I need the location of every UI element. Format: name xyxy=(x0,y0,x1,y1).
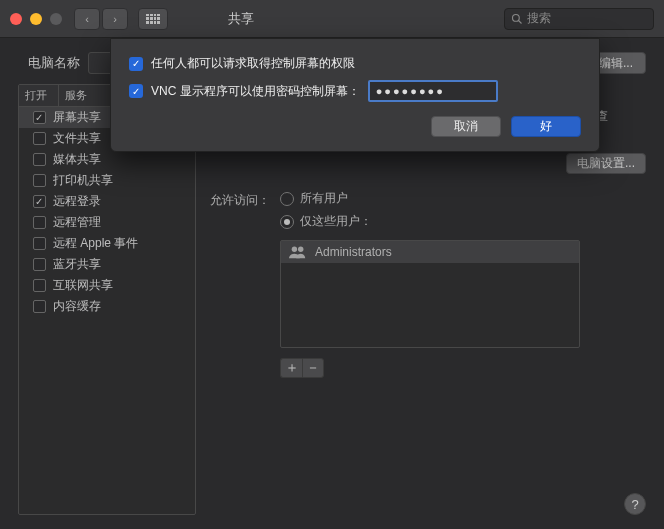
radio-icon xyxy=(280,215,294,229)
computer-name-label: 电脑名称 xyxy=(28,54,80,72)
minimize-window-button[interactable] xyxy=(30,13,42,25)
opt1-label: 任何人都可以请求取得控制屏幕的权限 xyxy=(151,55,355,72)
svg-point-2 xyxy=(292,247,297,252)
service-row[interactable]: 远程管理 xyxy=(19,212,195,233)
checkbox-checked-icon xyxy=(129,57,143,71)
remove-user-button[interactable]: － xyxy=(302,358,324,378)
window-controls xyxy=(10,13,62,25)
forward-button[interactable]: › xyxy=(102,8,128,30)
add-remove-buttons: ＋ － xyxy=(280,358,580,378)
service-label: 文件共享 xyxy=(53,130,101,147)
radio-only-label: 仅这些用户： xyxy=(300,213,372,230)
service-row[interactable]: 蓝牙共享 xyxy=(19,254,195,275)
service-checkbox[interactable] xyxy=(33,174,46,187)
window-title: 共享 xyxy=(228,10,254,28)
help-button[interactable]: ? xyxy=(624,493,646,515)
svg-line-1 xyxy=(519,20,522,23)
service-row[interactable]: 媒体共享 xyxy=(19,149,195,170)
service-checkbox[interactable] xyxy=(33,153,46,166)
vnc-password-field[interactable]: ●●●●●●●● xyxy=(368,80,498,102)
checkbox-checked-icon xyxy=(129,84,143,98)
service-row[interactable]: 打印机共享 xyxy=(19,170,195,191)
service-checkbox[interactable] xyxy=(33,132,46,145)
access-label: 允许访问： xyxy=(210,190,270,378)
titlebar: ‹ › 共享 搜索 xyxy=(0,0,664,38)
service-row[interactable]: 互联网共享 xyxy=(19,275,195,296)
back-button[interactable]: ‹ xyxy=(74,8,100,30)
service-checkbox[interactable] xyxy=(33,195,46,208)
service-label: 屏幕共享 xyxy=(53,109,101,126)
search-icon xyxy=(511,13,523,25)
service-label: 互联网共享 xyxy=(53,277,113,294)
service-checkbox[interactable] xyxy=(33,279,46,292)
option-vnc-password[interactable]: VNC 显示程序可以使用密码控制屏幕： ●●●●●●●● xyxy=(129,80,581,102)
computer-settings-button[interactable]: 电脑设置... xyxy=(566,153,646,174)
service-checkbox[interactable] xyxy=(33,300,46,313)
service-checkbox[interactable] xyxy=(33,111,46,124)
user-row[interactable]: Administrators xyxy=(281,241,579,263)
service-checkbox[interactable] xyxy=(33,258,46,271)
service-label: 内容缓存 xyxy=(53,298,101,315)
users-icon xyxy=(289,245,307,259)
service-row[interactable]: 内容缓存 xyxy=(19,296,195,317)
search-field[interactable]: 搜索 xyxy=(504,8,654,30)
service-label: 远程管理 xyxy=(53,214,101,231)
service-label: 远程登录 xyxy=(53,193,101,210)
users-list[interactable]: Administrators xyxy=(280,240,580,348)
radio-all-users[interactable]: 所有用户 xyxy=(280,190,580,207)
radio-icon xyxy=(280,192,294,206)
radio-only-users[interactable]: 仅这些用户： xyxy=(280,213,580,230)
option-anyone-request[interactable]: 任何人都可以请求取得控制屏幕的权限 xyxy=(129,55,581,72)
service-row[interactable]: 远程登录 xyxy=(19,191,195,212)
ok-button[interactable]: 好 xyxy=(511,116,581,137)
user-name: Administrators xyxy=(315,245,392,259)
cancel-button[interactable]: 取消 xyxy=(431,116,501,137)
access-section: 允许访问： 所有用户 仅这些用户： Administrators xyxy=(210,190,646,378)
svg-point-3 xyxy=(298,247,303,252)
grid-icon xyxy=(146,14,160,24)
service-label: 远程 Apple 事件 xyxy=(53,235,138,252)
service-row[interactable]: 远程 Apple 事件 xyxy=(19,233,195,254)
zoom-window-button xyxy=(50,13,62,25)
svg-point-0 xyxy=(513,14,520,21)
show-all-prefs-button[interactable] xyxy=(138,8,168,30)
service-checkbox[interactable] xyxy=(33,216,46,229)
close-window-button[interactable] xyxy=(10,13,22,25)
col-on: 打开 xyxy=(19,85,59,106)
service-checkbox[interactable] xyxy=(33,237,46,250)
service-label: 媒体共享 xyxy=(53,151,101,168)
vnc-options-dialog: 任何人都可以请求取得控制屏幕的权限 VNC 显示程序可以使用密码控制屏幕： ●●… xyxy=(110,38,600,152)
service-label: 打印机共享 xyxy=(53,172,113,189)
nav-buttons: ‹ › xyxy=(74,8,128,30)
service-label: 蓝牙共享 xyxy=(53,256,101,273)
radio-all-label: 所有用户 xyxy=(300,190,348,207)
opt2-label: VNC 显示程序可以使用密码控制屏幕： xyxy=(151,83,360,100)
add-user-button[interactable]: ＋ xyxy=(280,358,302,378)
search-placeholder: 搜索 xyxy=(527,10,551,27)
